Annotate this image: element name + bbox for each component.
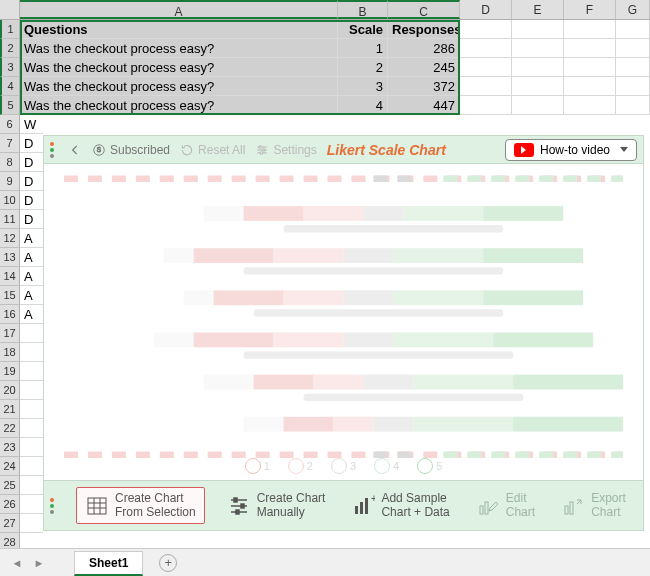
col-header-B[interactable]: B xyxy=(338,0,388,19)
cell[interactable]: 245 xyxy=(388,58,460,77)
cell[interactable]: D xyxy=(20,172,43,191)
row-header[interactable]: 26 xyxy=(0,495,20,514)
cell[interactable]: 4 xyxy=(338,96,388,115)
row-header[interactable]: 11 xyxy=(0,210,20,229)
row-header[interactable]: 9 xyxy=(0,172,20,191)
cell[interactable]: Was the checkout process easy? xyxy=(20,58,338,77)
cell[interactable]: W xyxy=(20,115,43,134)
row-header[interactable]: 22 xyxy=(0,419,20,438)
drag-handle-icon[interactable] xyxy=(50,498,58,514)
cell[interactable]: Was the checkout process easy? xyxy=(20,39,338,58)
cell[interactable]: 1 xyxy=(338,39,388,58)
row-header[interactable]: 3 xyxy=(0,58,20,77)
cell[interactable] xyxy=(512,96,564,115)
edit-chart-button[interactable]: Edit Chart xyxy=(472,490,539,520)
cell[interactable] xyxy=(564,96,616,115)
row-header[interactable]: 6 xyxy=(0,115,20,134)
cell[interactable] xyxy=(20,343,43,362)
cell[interactable] xyxy=(20,381,43,400)
cell[interactable] xyxy=(512,77,564,96)
cell[interactable] xyxy=(460,20,512,39)
cell[interactable]: 286 xyxy=(388,39,460,58)
reset-button[interactable]: Reset All xyxy=(180,143,245,157)
cell[interactable] xyxy=(460,77,512,96)
cell[interactable] xyxy=(616,96,650,115)
cell[interactable]: A xyxy=(20,229,43,248)
cell[interactable] xyxy=(460,58,512,77)
cell[interactable]: Responses xyxy=(388,20,460,39)
row-header[interactable]: 20 xyxy=(0,381,20,400)
cell[interactable] xyxy=(512,20,564,39)
cell[interactable]: 372 xyxy=(388,77,460,96)
row-header[interactable]: 1 xyxy=(0,20,20,39)
row-header[interactable]: 13 xyxy=(0,248,20,267)
row-header[interactable]: 27 xyxy=(0,514,20,533)
col-header-G[interactable]: G xyxy=(616,0,650,19)
row-header[interactable]: 18 xyxy=(0,343,20,362)
cell[interactable] xyxy=(616,20,650,39)
row-header[interactable]: 23 xyxy=(0,438,20,457)
cell[interactable] xyxy=(616,58,650,77)
cell[interactable]: D xyxy=(20,134,43,153)
cell[interactable] xyxy=(460,96,512,115)
cell[interactable] xyxy=(20,324,43,343)
cell[interactable]: 2 xyxy=(338,58,388,77)
cell[interactable] xyxy=(20,438,43,457)
row-header[interactable]: 24 xyxy=(0,457,20,476)
row-header[interactable]: 21 xyxy=(0,400,20,419)
cell[interactable] xyxy=(564,39,616,58)
add-sample-button[interactable]: + Add Sample Chart + Data xyxy=(347,490,453,520)
cell[interactable] xyxy=(564,77,616,96)
cell[interactable]: D xyxy=(20,153,43,172)
back-button[interactable] xyxy=(68,143,82,157)
cell[interactable]: Scale xyxy=(338,20,388,39)
create-chart-manually-button[interactable]: Create Chart Manually xyxy=(223,490,330,520)
row-header[interactable]: 19 xyxy=(0,362,20,381)
cell[interactable]: A xyxy=(20,248,43,267)
row-header[interactable]: 4 xyxy=(0,77,20,96)
row-header[interactable]: 5 xyxy=(0,96,20,115)
cell[interactable] xyxy=(20,514,43,533)
cell[interactable] xyxy=(564,58,616,77)
cell[interactable]: A xyxy=(20,286,43,305)
row-header[interactable]: 7 xyxy=(0,134,20,153)
cell[interactable] xyxy=(616,77,650,96)
tab-nav-prev[interactable]: ◄ xyxy=(10,557,24,569)
cell[interactable] xyxy=(20,362,43,381)
row-header[interactable]: 14 xyxy=(0,267,20,286)
row-header[interactable]: 10 xyxy=(0,191,20,210)
sheet-tab[interactable]: Sheet1 xyxy=(74,551,143,576)
cell[interactable] xyxy=(512,58,564,77)
cell[interactable]: D xyxy=(20,210,43,229)
cell[interactable] xyxy=(20,457,43,476)
cell[interactable] xyxy=(20,476,43,495)
cell[interactable]: Was the checkout process easy? xyxy=(20,77,338,96)
row-header[interactable]: 15 xyxy=(0,286,20,305)
cell[interactable]: Was the checkout process easy? xyxy=(20,96,338,115)
cell[interactable]: D xyxy=(20,191,43,210)
select-all-corner[interactable] xyxy=(0,0,20,19)
col-header-A[interactable]: A xyxy=(20,0,338,19)
cell[interactable]: A xyxy=(20,305,43,324)
row-header[interactable]: 25 xyxy=(0,476,20,495)
tab-nav-next[interactable]: ► xyxy=(32,557,46,569)
cell[interactable] xyxy=(20,495,43,514)
create-chart-selection-button[interactable]: Create Chart From Selection xyxy=(76,487,205,523)
cell[interactable]: Questions xyxy=(20,20,338,39)
col-header-C[interactable]: C xyxy=(388,0,460,19)
subscribed-button[interactable]: S Subscribed xyxy=(92,143,170,157)
cell[interactable] xyxy=(512,39,564,58)
cell[interactable]: 3 xyxy=(338,77,388,96)
cell[interactable] xyxy=(20,400,43,419)
settings-button[interactable]: Settings xyxy=(255,143,316,157)
row-header[interactable]: 16 xyxy=(0,305,20,324)
row-header[interactable]: 12 xyxy=(0,229,20,248)
col-header-E[interactable]: E xyxy=(512,0,564,19)
cell[interactable] xyxy=(20,419,43,438)
row-header[interactable]: 17 xyxy=(0,324,20,343)
cell[interactable]: A xyxy=(20,267,43,286)
row-header[interactable]: 8 xyxy=(0,153,20,172)
export-chart-button[interactable]: Export Chart xyxy=(557,490,630,520)
col-header-F[interactable]: F xyxy=(564,0,616,19)
cell[interactable]: 447 xyxy=(388,96,460,115)
